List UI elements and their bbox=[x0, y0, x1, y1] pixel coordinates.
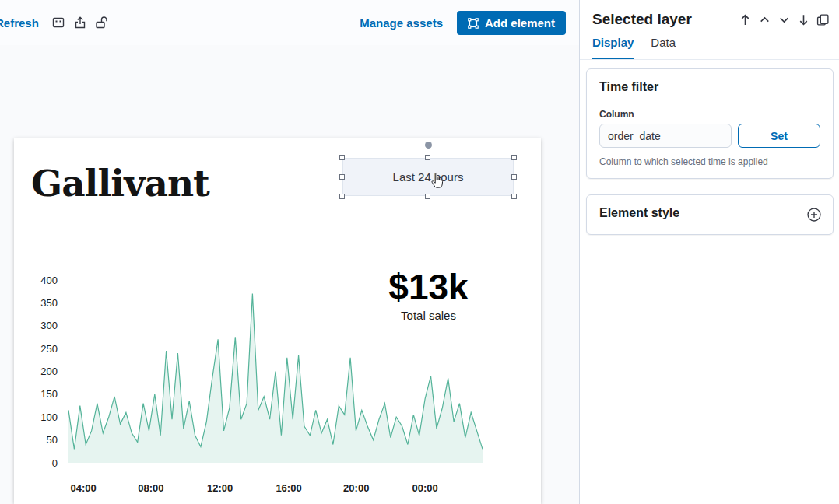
unlock-icon[interactable] bbox=[94, 16, 108, 30]
move-up-icon[interactable] bbox=[758, 13, 771, 26]
resize-handle-top-right[interactable] bbox=[511, 155, 517, 160]
add-element-button[interactable]: Add element bbox=[457, 11, 566, 35]
add-element-icon bbox=[468, 18, 479, 29]
svg-text:100: 100 bbox=[40, 411, 58, 423]
panel-tabs: Display Data bbox=[580, 36, 839, 60]
time-filter-dropdown[interactable]: Last 24 hours bbox=[342, 158, 514, 196]
tab-display[interactable]: Display bbox=[592, 36, 634, 59]
resize-handle-mid-left[interactable] bbox=[339, 174, 345, 180]
add-element-label: Add element bbox=[485, 16, 555, 30]
refresh-button[interactable]: Refresh bbox=[0, 16, 39, 30]
element-style-title: Element style bbox=[599, 206, 679, 220]
export-icon[interactable] bbox=[73, 16, 87, 30]
column-field-label: Column bbox=[599, 109, 634, 120]
svg-text:150: 150 bbox=[40, 388, 58, 400]
svg-text:16:00: 16:00 bbox=[276, 482, 301, 494]
svg-text:200: 200 bbox=[40, 366, 58, 377]
panel-title: Selected layer bbox=[592, 11, 692, 28]
element-style-card: Element style bbox=[586, 194, 834, 235]
resize-handle-bottom-right[interactable] bbox=[511, 194, 517, 199]
time-filter-element-selection: Last 24 hours bbox=[342, 158, 514, 196]
column-input[interactable] bbox=[599, 124, 732, 148]
svg-text:300: 300 bbox=[40, 320, 58, 331]
workpad-page[interactable]: Gallivant Last 24 hours $13k Total sales bbox=[14, 138, 541, 504]
svg-text:04:00: 04:00 bbox=[71, 482, 97, 494]
move-to-front-icon[interactable] bbox=[739, 13, 752, 26]
svg-text:350: 350 bbox=[40, 297, 58, 309]
top-toolbar: Refresh Ma bbox=[0, 0, 579, 45]
time-filter-card-title: Time filter bbox=[599, 80, 658, 94]
svg-text:400: 400 bbox=[40, 275, 58, 286]
canvas-app: Refresh Ma bbox=[0, 0, 839, 504]
canvas-stage: Refresh Ma bbox=[0, 0, 579, 504]
duplicate-icon[interactable] bbox=[816, 13, 830, 26]
resize-handle-top-center[interactable] bbox=[425, 155, 430, 160]
svg-text:12:00: 12:00 bbox=[207, 482, 233, 494]
svg-text:08:00: 08:00 bbox=[138, 482, 163, 494]
toolbar-right: Manage assets Add element bbox=[360, 11, 566, 35]
sales-area-chart[interactable]: 05010015020025030035040004:0008:0012:001… bbox=[14, 271, 528, 504]
selected-layer-panel: Selected layer bbox=[579, 0, 839, 504]
resize-handle-bottom-left[interactable] bbox=[339, 194, 345, 199]
rotate-handle[interactable] bbox=[425, 142, 432, 149]
manage-assets-button[interactable]: Manage assets bbox=[360, 16, 443, 30]
svg-text:0: 0 bbox=[52, 457, 58, 469]
resize-handle-top-left[interactable] bbox=[339, 155, 345, 160]
svg-text:00:00: 00:00 bbox=[412, 482, 437, 494]
layer-order-controls bbox=[739, 13, 830, 26]
column-help-text: Column to which selected time is applied bbox=[599, 156, 768, 167]
svg-text:20:00: 20:00 bbox=[343, 482, 369, 494]
move-down-icon[interactable] bbox=[778, 13, 791, 26]
resize-handle-mid-right[interactable] bbox=[511, 174, 517, 180]
gallivant-logo: Gallivant bbox=[31, 162, 209, 205]
svg-text:250: 250 bbox=[40, 343, 58, 355]
frame-icon[interactable] bbox=[51, 16, 65, 30]
tab-data[interactable]: Data bbox=[651, 36, 676, 59]
add-style-icon[interactable] bbox=[806, 207, 822, 222]
time-filter-card: Time filter Column Set Column to which s… bbox=[586, 68, 834, 179]
set-button[interactable]: Set bbox=[738, 124, 820, 148]
svg-text:50: 50 bbox=[47, 434, 58, 446]
move-to-back-icon[interactable] bbox=[797, 13, 810, 26]
resize-handle-bottom-center[interactable] bbox=[425, 194, 430, 199]
